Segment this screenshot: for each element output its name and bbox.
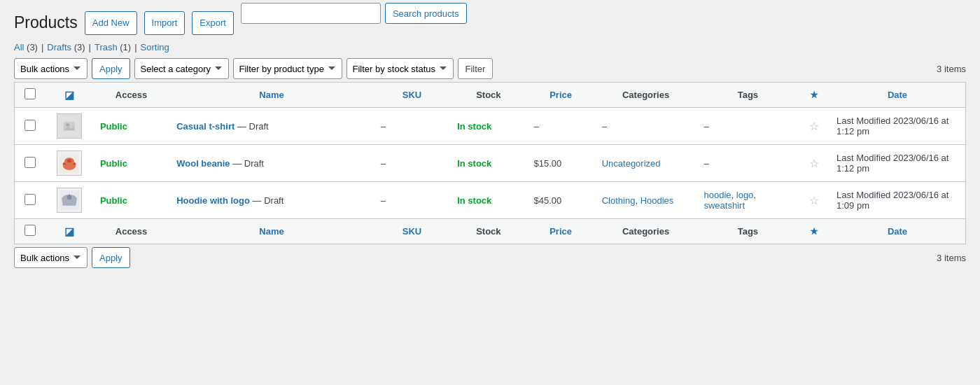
- draft-label: — Draft: [253, 195, 284, 206]
- select-all-checkbox-top[interactable]: [24, 88, 36, 99]
- search-button[interactable]: Search products: [385, 3, 467, 24]
- col-header-date[interactable]: Date: [830, 83, 965, 108]
- thumbnail-cell: [46, 108, 93, 145]
- bulk-actions-select-top[interactable]: Bulk actions: [14, 58, 88, 79]
- col-footer-tags: Tags: [696, 219, 799, 244]
- item-count-top: 3 items: [937, 64, 966, 74]
- categories-cell: Clothing, Hoodies: [595, 182, 697, 219]
- category-link[interactable]: Clothing: [602, 195, 636, 206]
- col-header-name[interactable]: Name: [169, 83, 374, 108]
- tags-cell: –: [696, 108, 799, 145]
- status-badge: Public: [100, 195, 127, 206]
- col-footer-access: Access: [93, 219, 169, 244]
- stock-status-select[interactable]: Filter by stock status: [346, 58, 454, 79]
- price-cell: $15.00: [527, 145, 595, 182]
- col-footer-sku[interactable]: SKU: [374, 219, 450, 244]
- filter-drafts-link[interactable]: Drafts (3): [47, 42, 85, 52]
- apply-button-bottom[interactable]: Apply: [92, 247, 130, 268]
- filter-links: All (3) | Drafts (3) | Trash (1) | Sorti…: [14, 42, 966, 52]
- filter-all-link[interactable]: All (3): [14, 42, 38, 52]
- featured-cell: ☆: [799, 182, 830, 219]
- product-name-link[interactable]: Hoodie with logo: [176, 195, 250, 206]
- sku-cell: –: [374, 145, 450, 182]
- date-cell: Last Modified 2023/06/16 at 1:12 pm: [830, 145, 965, 182]
- col-header-sku[interactable]: SKU: [374, 83, 450, 108]
- col-footer-date[interactable]: Date: [830, 219, 965, 244]
- col-footer-categories: Categories: [595, 219, 697, 244]
- col-header-tags: Tags: [696, 83, 799, 108]
- access-cell: Public: [93, 108, 169, 145]
- categories-cell: –: [595, 108, 697, 145]
- date-cell: Last Modified 2023/06/16 at 1:09 pm: [830, 182, 965, 219]
- product-thumbnail: [57, 113, 82, 139]
- col-footer-check: [15, 219, 46, 244]
- stock-status: In stock: [457, 158, 491, 169]
- add-new-button[interactable]: Add New: [85, 11, 137, 35]
- page-title: Products: [14, 13, 78, 34]
- stock-cell: In stock: [450, 145, 526, 182]
- select-all-checkbox-bottom[interactable]: [24, 225, 36, 236]
- apply-button-top[interactable]: Apply: [92, 58, 130, 79]
- filter-sorting-link[interactable]: Sorting: [141, 42, 169, 52]
- svg-point-7: [67, 160, 71, 163]
- bottom-tablenav: Bulk actions Apply 3 items: [14, 247, 966, 268]
- tag-link[interactable]: logo: [736, 190, 754, 200]
- tag-link[interactable]: sweatshirt: [704, 200, 745, 211]
- col-header-check: [15, 83, 46, 108]
- product-thumbnail: [57, 150, 82, 176]
- col-footer-name[interactable]: Name: [169, 219, 374, 244]
- row-checkbox-2[interactable]: [24, 157, 36, 168]
- tag-link[interactable]: hoodie: [704, 190, 731, 200]
- category-link[interactable]: Uncategorized: [602, 158, 661, 169]
- categories-cell: Uncategorized: [595, 145, 697, 182]
- col-footer-thumb: ◪: [46, 219, 93, 244]
- top-tablenav: Bulk actions Apply Select a category Fil…: [14, 58, 966, 79]
- date-cell: Last Modified 2023/06/16 at 1:12 pm: [830, 108, 965, 145]
- featured-star-icon[interactable]: ☆: [809, 158, 819, 169]
- product-type-select[interactable]: Filter by product type: [233, 58, 342, 79]
- products-table: ◪ Access Name SKU Stock Price Categories…: [14, 82, 966, 244]
- sku-cell: –: [374, 182, 450, 219]
- sku-cell: –: [374, 108, 450, 145]
- featured-cell: ☆: [799, 108, 830, 145]
- export-button[interactable]: Export: [192, 11, 234, 35]
- category-link[interactable]: Hoodies: [640, 195, 674, 206]
- status-badge: Public: [100, 158, 127, 169]
- stock-cell: In stock: [450, 108, 526, 145]
- search-area: Search products: [241, 3, 467, 24]
- name-cell: Wool beanie — Draft: [169, 145, 374, 182]
- item-count-bottom: 3 items: [937, 253, 966, 263]
- filter-button-top[interactable]: Filter: [458, 58, 493, 79]
- col-header-price[interactable]: Price: [527, 83, 595, 108]
- col-footer-stock: Stock: [450, 219, 526, 244]
- row-checkbox-cell: [15, 108, 46, 145]
- access-cell: Public: [93, 145, 169, 182]
- table-row: Public Wool beanie — Draft – In stock $1…: [15, 145, 966, 182]
- import-button[interactable]: Import: [144, 11, 186, 35]
- col-header-thumb: ◪: [46, 83, 93, 108]
- search-input[interactable]: [241, 3, 381, 24]
- featured-star-icon[interactable]: ☆: [809, 120, 819, 132]
- filter-trash-link[interactable]: Trash (1): [94, 42, 131, 52]
- bulk-actions-select-bottom[interactable]: Bulk actions: [14, 247, 88, 268]
- thumbnail-cell: [46, 182, 93, 219]
- name-cell: Casual t-shirt — Draft: [169, 108, 374, 145]
- category-select[interactable]: Select a category: [134, 58, 229, 79]
- col-header-featured: ★: [799, 83, 830, 108]
- access-cell: Public: [93, 182, 169, 219]
- row-checkbox-3[interactable]: [24, 194, 36, 205]
- product-name-link[interactable]: Wool beanie: [176, 158, 230, 169]
- featured-star-icon[interactable]: ☆: [809, 195, 819, 206]
- product-name-link[interactable]: Casual t-shirt: [176, 121, 234, 132]
- col-footer-price[interactable]: Price: [527, 219, 595, 244]
- draft-label: — Draft: [237, 121, 269, 132]
- svg-point-9: [68, 194, 70, 196]
- row-checkbox-1[interactable]: [24, 120, 36, 131]
- row-checkbox-cell: [15, 182, 46, 219]
- col-header-access: Access: [93, 83, 169, 108]
- status-badge: Public: [100, 121, 127, 132]
- price-cell: $45.00: [527, 182, 595, 219]
- col-footer-featured: ★: [799, 219, 830, 244]
- price-cell: –: [527, 108, 595, 145]
- table-row: Public Casual t-shirt — Draft – In stock…: [15, 108, 966, 145]
